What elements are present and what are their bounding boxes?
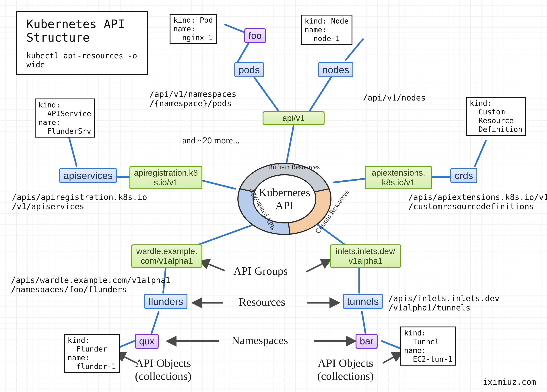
svg-line-18 xyxy=(362,312,366,334)
svg-line-11 xyxy=(475,140,486,166)
ns-foo: foo xyxy=(244,28,266,43)
obj-pod: kind: Pod name: nginx-1 xyxy=(170,14,217,44)
svg-line-8 xyxy=(68,135,77,166)
svg-line-2 xyxy=(310,77,331,110)
path-inlets: /apis/inlets.inlets.dev /v1alpha1/tunnel… xyxy=(388,294,499,312)
svg-line-14 xyxy=(151,312,159,334)
anno-api-objects-l: API Objects (collections) xyxy=(135,357,191,383)
path-apiservices: /apis/apiregistration.k8s.io /v1/apiserv… xyxy=(12,193,147,211)
anno-resources: Resources xyxy=(239,296,285,309)
svg-line-1 xyxy=(254,77,278,110)
obj-flunder: kind: Flunder name: flunder-1 xyxy=(64,334,120,373)
group-inlets: inlets.inlets.dev/ v1alpha1 xyxy=(330,244,401,268)
obj-node: kind: Node name: node-1 xyxy=(301,14,352,45)
obj-crd: kind: Custom Resource Definition xyxy=(466,97,526,136)
title-command: kubectl api-resources -o wide xyxy=(27,51,138,69)
svg-line-19 xyxy=(382,341,400,348)
resource-flunders: flunders xyxy=(144,294,187,309)
svg-line-6 xyxy=(202,181,235,189)
svg-line-21 xyxy=(306,260,330,272)
group-apireg: apiregistration.k8 s.io/v1 xyxy=(130,166,202,189)
obj-apiservice: kind: APIService name: FlunderSrv xyxy=(35,98,95,138)
svg-line-4 xyxy=(225,25,243,32)
resource-pods: pods xyxy=(234,62,264,77)
resource-apiservices: apiservices xyxy=(59,168,117,183)
path-crds: /apis/apiextensions.k8s.io/v1 /customres… xyxy=(408,193,547,211)
title-box: Kubernetes API Structure kubectl api-res… xyxy=(16,11,148,75)
svg-line-20 xyxy=(201,261,225,271)
svg-line-27 xyxy=(383,353,401,363)
path-pods: /api/v1/namespaces /{namespace}/pods xyxy=(150,89,237,108)
title-heading: Kubernetes API Structure xyxy=(27,17,138,44)
resource-nodes: nodes xyxy=(318,62,353,77)
svg-line-0 xyxy=(286,126,294,164)
path-wardle: /apis/wardle.example.com/v1alpha1 /names… xyxy=(11,275,170,294)
svg-line-3 xyxy=(237,41,250,63)
anno-api-groups: API Groups xyxy=(233,264,288,277)
resource-crds: crds xyxy=(450,168,477,183)
svg-line-9 xyxy=(334,179,365,182)
anno-namespaces: Namespaces xyxy=(232,334,288,347)
group-core: api/v1 xyxy=(263,111,325,125)
resource-tunnels: tunnels xyxy=(343,294,383,309)
group-apiext: apiextensions. k8s.io/v1 xyxy=(365,166,432,189)
anno-api-objects-r: API Objects (collections) xyxy=(317,357,374,383)
ns-bar: bar xyxy=(356,334,378,349)
group-wardle: wardle.example. com/v1alpha1 xyxy=(131,244,202,268)
credit: iximiuz.com xyxy=(483,377,536,386)
obj-tunnel: kind: Tunnel name: EC2-tun-1 xyxy=(400,327,456,365)
donut-sector-builtin: Built-in Resources xyxy=(268,164,320,171)
anno-more: and ~20 more... xyxy=(182,135,239,145)
ns-qux: qux xyxy=(135,334,159,349)
path-nodes: /api/v1/nodes xyxy=(363,93,426,102)
